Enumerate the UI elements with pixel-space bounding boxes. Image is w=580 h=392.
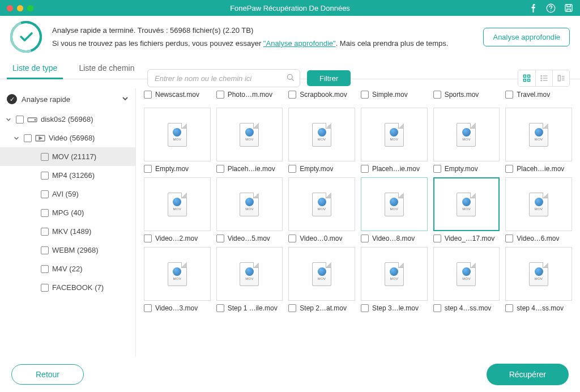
checkbox[interactable] bbox=[216, 235, 224, 242]
file-cell[interactable]: Newscast.mov bbox=[144, 88, 211, 103]
checkbox[interactable] bbox=[41, 172, 49, 180]
file-cell[interactable]: MOVVideo…6.mov bbox=[505, 177, 572, 242]
file-cell[interactable]: MOVStep 2…at.mov bbox=[288, 247, 355, 312]
file-thumbnail[interactable]: MOV bbox=[288, 247, 355, 301]
close-icon[interactable] bbox=[7, 5, 13, 11]
file-thumbnail[interactable]: MOV bbox=[144, 247, 211, 301]
filter-button[interactable]: Filtrer bbox=[307, 70, 351, 86]
file-thumbnail[interactable]: MOV bbox=[505, 177, 572, 231]
checkbox[interactable] bbox=[16, 116, 24, 123]
file-cell[interactable]: MOVstep 4…ss.mov bbox=[505, 247, 572, 312]
checkbox[interactable] bbox=[433, 91, 441, 99]
chevron-down-icon[interactable] bbox=[12, 135, 20, 141]
minimize-icon[interactable] bbox=[17, 5, 23, 11]
view-list-icon[interactable] bbox=[535, 70, 552, 86]
file-thumbnail[interactable]: MOV bbox=[361, 177, 428, 231]
sidebar-quick-scan[interactable]: ✓ Analyse rapide bbox=[0, 88, 135, 110]
tree-format-row[interactable]: MPG (40) bbox=[0, 203, 135, 222]
file-cell[interactable]: MOVStep 3…le.mov bbox=[361, 247, 428, 312]
tree-format-row[interactable]: FACEBOOK (7) bbox=[0, 278, 135, 297]
checkbox[interactable] bbox=[41, 265, 49, 273]
file-cell[interactable]: MOVVideo…8.mov bbox=[361, 177, 428, 242]
checkbox[interactable] bbox=[24, 134, 32, 142]
checkbox[interactable] bbox=[505, 304, 513, 312]
file-cell[interactable]: MOVVideo…5.mov bbox=[216, 177, 283, 242]
checkbox[interactable] bbox=[41, 153, 49, 161]
search-icon[interactable] bbox=[286, 73, 295, 84]
checkbox[interactable] bbox=[288, 91, 296, 99]
checkbox[interactable] bbox=[433, 235, 441, 242]
checkbox[interactable] bbox=[41, 284, 49, 292]
checkbox[interactable] bbox=[144, 235, 152, 242]
file-thumbnail[interactable]: MOV bbox=[216, 108, 283, 161]
checkbox[interactable] bbox=[361, 304, 369, 312]
file-cell[interactable]: Sports.mov bbox=[433, 88, 500, 103]
file-cell[interactable]: MOVEmpty.mov bbox=[433, 108, 500, 173]
checkbox[interactable] bbox=[288, 235, 296, 242]
checkbox[interactable] bbox=[505, 165, 513, 173]
file-cell[interactable]: MOVEmpty.mov bbox=[288, 108, 355, 173]
checkbox[interactable] bbox=[144, 165, 152, 173]
file-thumbnail[interactable]: MOV bbox=[361, 108, 428, 161]
checkbox[interactable] bbox=[41, 190, 49, 198]
file-cell[interactable]: MOVVideo…3.mov bbox=[144, 247, 211, 312]
checkbox[interactable] bbox=[144, 91, 152, 99]
tree-format-row[interactable]: AVI (59) bbox=[0, 185, 135, 203]
file-cell[interactable]: MOVVideo…2.mov bbox=[144, 177, 211, 242]
tree-format-row[interactable]: MOV (21117) bbox=[0, 147, 135, 166]
file-thumbnail[interactable]: MOV bbox=[144, 108, 211, 161]
back-button[interactable]: Retour bbox=[11, 364, 84, 385]
file-thumbnail[interactable]: MOV bbox=[361, 247, 428, 301]
maximize-icon[interactable] bbox=[27, 5, 33, 11]
chevron-down-icon[interactable] bbox=[5, 117, 12, 122]
checkbox[interactable] bbox=[361, 165, 369, 173]
file-cell[interactable]: MOVStep 1 …ile.mov bbox=[216, 247, 283, 312]
file-cell[interactable]: Travel.mov bbox=[505, 88, 572, 103]
checkbox[interactable] bbox=[288, 304, 296, 312]
checkbox[interactable] bbox=[144, 304, 152, 312]
checkbox[interactable] bbox=[41, 228, 49, 236]
deep-scan-link[interactable]: "Analyse approfondie" bbox=[263, 39, 336, 48]
tree-video-row[interactable]: Vidéo (56968) bbox=[0, 129, 135, 147]
checkbox[interactable] bbox=[433, 304, 441, 312]
file-cell[interactable]: MOVPlaceh…ie.mov bbox=[505, 108, 572, 173]
tree-format-row[interactable]: WEBM (2968) bbox=[0, 241, 135, 259]
checkbox[interactable] bbox=[433, 165, 441, 173]
checkbox[interactable] bbox=[505, 235, 513, 242]
file-cell[interactable]: MOVstep 4…ss.mov bbox=[433, 247, 500, 312]
tree-format-row[interactable]: M4V (22) bbox=[0, 259, 135, 278]
tree-format-row[interactable]: MP4 (31266) bbox=[0, 166, 135, 185]
file-cell[interactable]: MOVPlaceh…ie.mov bbox=[216, 108, 283, 173]
checkbox[interactable] bbox=[216, 91, 224, 99]
checkbox[interactable] bbox=[361, 91, 369, 99]
file-thumbnail[interactable]: MOV bbox=[433, 108, 500, 161]
save-icon[interactable] bbox=[564, 3, 573, 13]
help-icon[interactable] bbox=[546, 3, 556, 13]
checkbox[interactable] bbox=[288, 165, 296, 173]
checkbox[interactable] bbox=[361, 235, 369, 242]
facebook-icon[interactable] bbox=[528, 3, 538, 13]
file-thumbnail[interactable]: MOV bbox=[144, 177, 211, 231]
checkbox[interactable] bbox=[216, 304, 224, 312]
file-thumbnail[interactable]: MOV bbox=[505, 247, 572, 301]
file-thumbnail[interactable]: MOV bbox=[433, 247, 500, 301]
file-thumbnail[interactable]: MOV bbox=[216, 177, 283, 231]
checkbox[interactable] bbox=[505, 91, 513, 99]
checkbox[interactable] bbox=[41, 246, 49, 254]
view-detail-icon[interactable] bbox=[552, 70, 569, 86]
checkbox[interactable] bbox=[41, 209, 49, 217]
file-cell[interactable]: MOVVideo…0.mov bbox=[288, 177, 355, 242]
file-cell[interactable]: Photo…m.mov bbox=[216, 88, 283, 103]
search-input[interactable] bbox=[147, 69, 300, 87]
file-cell[interactable]: Scrapbook.mov bbox=[288, 88, 355, 103]
recover-button[interactable]: Récupérer bbox=[487, 364, 569, 385]
tree-disk-row[interactable]: disk0s2 (56968) bbox=[0, 110, 135, 129]
tab-path-list[interactable]: Liste de chemin bbox=[76, 58, 137, 79]
checkbox[interactable] bbox=[216, 165, 224, 173]
file-thumbnail[interactable]: MOV bbox=[216, 247, 283, 301]
tab-type-list[interactable]: Liste de type bbox=[10, 58, 59, 79]
deep-scan-button[interactable]: Analyse approfondie bbox=[483, 28, 570, 46]
file-cell[interactable]: Simple.mov bbox=[361, 88, 428, 103]
view-grid-icon[interactable] bbox=[518, 70, 535, 86]
file-cell[interactable]: MOVEmpty.mov bbox=[144, 108, 211, 173]
